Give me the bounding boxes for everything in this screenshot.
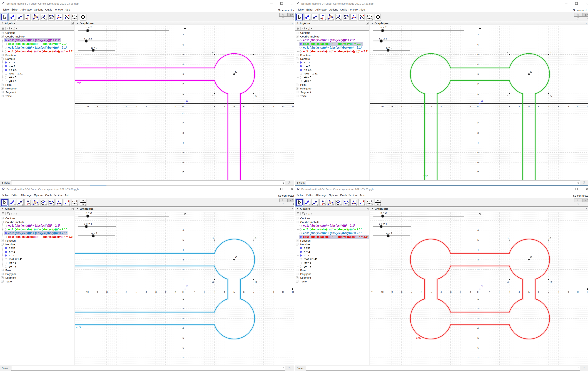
svg-text:0: 0	[477, 291, 479, 293]
svg-text:-8: -8	[400, 291, 403, 293]
svg-text:Ω: Ω	[235, 70, 237, 73]
svg-text:-7: -7	[182, 356, 184, 359]
svg-text:6: 6	[538, 291, 539, 293]
svg-text:8: 8	[263, 291, 264, 293]
svg-text:9: 9	[567, 291, 569, 293]
svg-text:2: 2	[183, 268, 184, 271]
svg-text:-2: -2	[477, 307, 479, 310]
svg-text:a = 2: a = 2	[386, 232, 392, 235]
svg-text:C: C	[507, 95, 509, 98]
svg-text:-11: -11	[75, 291, 79, 293]
svg-text:-2: -2	[459, 291, 461, 293]
svg-text:6: 6	[183, 229, 184, 232]
svg-text:5: 5	[183, 53, 184, 56]
svg-text:O: O	[186, 99, 188, 102]
svg-text:B: B	[507, 51, 508, 54]
svg-text:D: D	[255, 95, 257, 98]
svg-text:-4: -4	[145, 291, 147, 293]
svg-text:1: 1	[183, 93, 184, 95]
svg-text:-6: -6	[420, 105, 422, 108]
svg-text:-2: -2	[459, 105, 461, 108]
svg-text:6: 6	[183, 43, 184, 46]
svg-text:-5: -5	[430, 291, 432, 293]
svg-text:a = 2: a = 2	[91, 232, 97, 235]
svg-text:B: B	[507, 236, 508, 239]
svg-text:9: 9	[273, 291, 274, 293]
svg-text:7: 7	[548, 105, 549, 108]
svg-text:Ω: Ω	[530, 256, 532, 259]
svg-text:-7: -7	[477, 171, 479, 174]
svg-text:4: 4	[224, 291, 225, 293]
svg-text:-1: -1	[174, 105, 176, 108]
svg-text:-11: -11	[370, 291, 374, 293]
svg-text:-10: -10	[380, 105, 384, 108]
svg-text:-3: -3	[182, 317, 184, 320]
svg-text:6: 6	[477, 229, 479, 232]
svg-text:-1: -1	[174, 291, 176, 293]
svg-text:4: 4	[518, 105, 520, 108]
svg-text:11: 11	[587, 105, 588, 108]
svg-text:-5: -5	[477, 337, 479, 340]
svg-text:10: 10	[282, 291, 284, 293]
svg-text:-9: -9	[391, 291, 393, 293]
svg-text:7: 7	[253, 291, 254, 293]
svg-text:-3: -3	[155, 105, 157, 108]
svg-text:0: 0	[182, 105, 184, 108]
svg-text:-3: -3	[477, 132, 479, 134]
svg-text:A: A	[549, 51, 551, 54]
svg-text:-2: -2	[182, 307, 184, 310]
svg-text:-2: -2	[477, 122, 479, 124]
svg-text:2: 2	[477, 83, 479, 85]
svg-text:eq2: eq2	[423, 174, 428, 177]
svg-text:Ω: Ω	[530, 70, 532, 73]
svg-text:a = 2: a = 2	[386, 46, 392, 49]
svg-text:4: 4	[183, 248, 184, 251]
svg-text:2: 2	[477, 268, 479, 271]
svg-text:1: 1	[194, 105, 195, 108]
svg-text:D: D	[255, 280, 257, 283]
svg-text:r = 2.1: r = 2.1	[379, 222, 387, 226]
svg-text:5: 5	[183, 239, 184, 241]
svg-text:-6: -6	[477, 347, 479, 349]
svg-text:-7: -7	[182, 171, 184, 174]
svg-text:B: B	[212, 51, 214, 54]
svg-text:-10: -10	[85, 291, 89, 293]
svg-text:-5: -5	[182, 151, 184, 154]
svg-text:A: A	[549, 236, 551, 239]
svg-text:-9: -9	[391, 105, 393, 108]
svg-text:5: 5	[477, 53, 479, 56]
svg-text:3: 3	[477, 73, 479, 75]
svg-text:8: 8	[558, 105, 559, 108]
svg-text:6: 6	[243, 291, 244, 293]
svg-text:-3: -3	[182, 132, 184, 134]
svg-text:O: O	[481, 99, 483, 102]
svg-text:-6: -6	[125, 291, 127, 293]
svg-text:1: 1	[489, 105, 490, 108]
svg-text:3: 3	[509, 291, 510, 293]
svg-text:7: 7	[183, 34, 184, 36]
svg-text:-4: -4	[477, 327, 479, 330]
svg-text:-6: -6	[420, 291, 422, 293]
svg-text:-2: -2	[164, 291, 167, 293]
svg-text:3: 3	[183, 258, 184, 261]
svg-text:1: 1	[489, 291, 490, 293]
svg-text:1: 1	[183, 278, 184, 281]
svg-text:-8: -8	[105, 105, 108, 108]
svg-text:C: C	[212, 95, 214, 98]
svg-text:-5: -5	[430, 105, 432, 108]
svg-text:2: 2	[204, 291, 205, 293]
svg-text:2: 2	[499, 291, 500, 293]
svg-text:n = 2: n = 2	[85, 212, 92, 214]
svg-text:11: 11	[292, 291, 294, 293]
svg-text:-6: -6	[477, 161, 479, 164]
svg-text:A: A	[254, 51, 256, 54]
svg-text:B: B	[212, 236, 214, 239]
svg-text:-3: -3	[450, 105, 452, 108]
svg-text:Ω: Ω	[235, 256, 237, 259]
svg-text:-7: -7	[116, 291, 117, 293]
svg-text:4: 4	[477, 248, 479, 251]
svg-text:8: 8	[263, 105, 264, 108]
svg-text:-1: -1	[182, 298, 184, 300]
svg-text:-4: -4	[477, 141, 479, 144]
svg-text:-7: -7	[477, 356, 479, 359]
